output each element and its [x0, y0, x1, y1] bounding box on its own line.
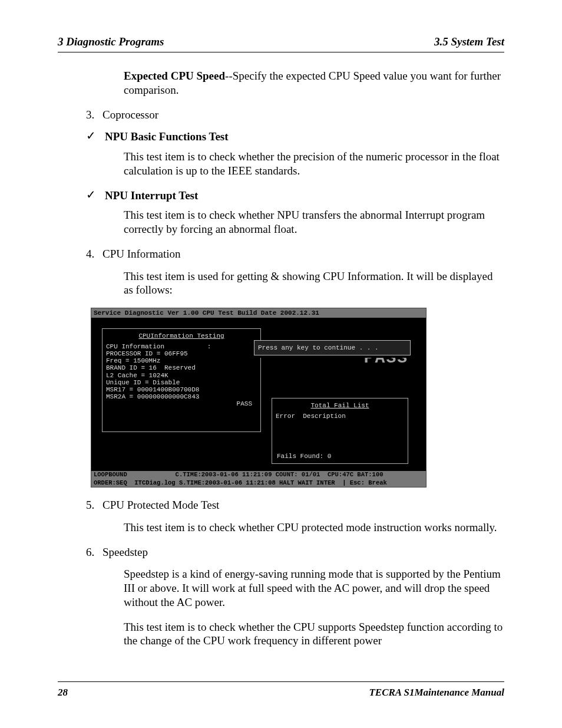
npu-interrupt-heading: ✓ NPU Interrupt Test — [86, 189, 504, 203]
terminal-titlebar: Service Diagnostic Ver 1.00 CPU Test Bui… — [91, 308, 426, 318]
npu-interrupt-title: NPU Interrupt Test — [105, 189, 198, 203]
expected-cpu-speed-label: Expected CPU Speed — [124, 70, 225, 82]
terminal-status-line-2: ORDER:SEQ ITCDiag.log S.TIME:2003-01-06 … — [91, 479, 426, 487]
list-item-5: 5. CPU Protected Mode Test — [86, 498, 504, 512]
list6-body1: Speedstep is a kind of energy-saving run… — [124, 567, 504, 609]
terminal-fail-title: Total Fail List — [276, 402, 404, 409]
terminal-info-lines: CPU Information : PROCESSOR ID = 06FF95 … — [106, 343, 257, 400]
list-number: 3. — [86, 108, 103, 122]
list-item-3: 3. Coprocessor — [86, 108, 504, 122]
npu-basic-body: This test item is to check whether the p… — [124, 150, 504, 178]
page-footer: 28 TECRA S1Maintenance Manual — [58, 681, 504, 699]
checkmark-icon: ✓ — [86, 130, 105, 141]
list-label: Coprocessor — [103, 108, 158, 122]
list4-body: This test item is used for getting & sho… — [124, 269, 504, 298]
page-header: 3 Diagnostic Programs 3.5 System Test — [58, 35, 504, 52]
terminal-line: Unique ID = Disable — [106, 379, 257, 386]
npu-interrupt-body: This test item is to check whether NPU t… — [124, 208, 504, 236]
checkmark-icon: ✓ — [86, 189, 105, 200]
terminal-screenshot: Service Diagnostic Ver 1.00 CPU Test Bui… — [91, 308, 427, 487]
terminal-line: MSR17 = 00001400B00700D8 — [106, 386, 257, 393]
footer-page-number: 28 — [58, 687, 68, 699]
terminal-line: MSR2A = 000000000000C843 — [106, 393, 257, 400]
list-label: CPU Information — [103, 247, 180, 261]
header-right: 3.5 System Test — [434, 35, 504, 48]
footer-doc-title: TECRA S1Maintenance Manual — [369, 687, 504, 699]
terminal-line: BRAND ID = 16 Reserved — [106, 364, 257, 371]
terminal-fail-panel: Total Fail List Error Description Fails … — [272, 398, 408, 464]
list-number: 5. — [86, 498, 103, 512]
expected-cpu-speed-paragraph: Expected CPU Speed--Specify the expected… — [124, 69, 504, 97]
terminal-left-title: CPUInformation Testing — [106, 332, 257, 340]
terminal-fail-found: Fails Found: 0 — [277, 453, 331, 460]
list-number: 4. — [86, 247, 103, 261]
terminal-fail-columns: Error Description — [276, 413, 404, 420]
terminal-left-panel: CPUInformation Testing CPU Information :… — [102, 328, 261, 432]
terminal-line: CPU Information : — [106, 343, 257, 350]
list-item-4: 4. CPU Information — [86, 247, 504, 261]
list6-body2: This test item is to check whether the C… — [124, 620, 504, 648]
header-left: 3 Diagnostic Programs — [58, 35, 164, 48]
terminal-prompt-dialog: Press any key to continue . . . — [254, 340, 411, 355]
list-label: Speedstep — [103, 545, 148, 559]
terminal-line: Freq = 1500MHz — [106, 357, 257, 364]
terminal-line: L2 Cache = 1024K — [106, 372, 257, 379]
npu-basic-heading: ✓ NPU Basic Functions Test — [86, 130, 504, 144]
terminal-line: PROCESSOR ID = 06FF95 — [106, 350, 257, 357]
terminal-left-pass: PASS — [106, 400, 257, 407]
page-content: Expected CPU Speed--Specify the expected… — [58, 52, 504, 681]
page-root: 3 Diagnostic Programs 3.5 System Test Ex… — [0, 0, 562, 728]
npu-basic-title: NPU Basic Functions Test — [105, 130, 229, 144]
list-item-6: 6. Speedstep — [86, 545, 504, 559]
terminal-status-line-1: LOOPBOUND C.TIME:2003-01-06 11:21:09 COU… — [91, 471, 426, 479]
terminal-body: CPUInformation Testing CPU Information :… — [91, 318, 426, 471]
list-number: 6. — [86, 545, 103, 559]
list5-body: This test item is to check whether CPU p… — [124, 521, 504, 535]
list-label: CPU Protected Mode Test — [103, 498, 219, 512]
